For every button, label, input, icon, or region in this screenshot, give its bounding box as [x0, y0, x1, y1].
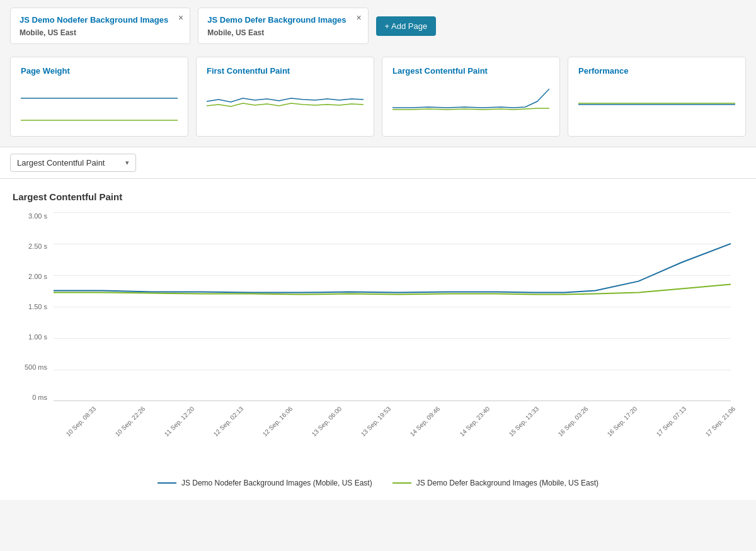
y-label-1s: 1.00 s — [13, 333, 47, 341]
tab-defer-subtitle: Mobile, US East — [207, 28, 358, 37]
main-chart-section: Largest Contentful Paint 0 ms 500 ms 1.0… — [0, 179, 756, 500]
y-label-500ms: 500 ms — [13, 363, 47, 371]
tab-defer-close[interactable]: × — [356, 13, 361, 22]
legend-line-defer — [392, 482, 411, 484]
tab-nodefer-title: JS Demo Nodefer Background Images — [20, 14, 181, 26]
metrics-section: Page Weight First Contentful Paint Large… — [0, 52, 756, 147]
legend-item-nodefer: JS Demo Nodefer Background Images (Mobil… — [158, 479, 372, 487]
tab-nodefer-close[interactable]: × — [178, 13, 183, 22]
x-label-2: 11 Sep, 12:20 — [163, 406, 214, 457]
metric-card-first-contentful[interactable]: First Contentful Paint — [196, 57, 374, 137]
x-label-4: 12 Sep, 16:06 — [261, 406, 312, 457]
x-label-13: 17 Sep, 21:06 — [704, 406, 755, 457]
filter-dropdown-value: Largest Contentful Paint — [17, 158, 120, 168]
tabs-section: JS Demo Nodefer Background Images Mobile… — [0, 0, 756, 52]
y-label-150s: 1.50 s — [13, 303, 47, 310]
tab-defer-title: JS Demo Defer Background Images — [207, 14, 358, 26]
x-label-1: 10 Sep, 22:26 — [114, 406, 165, 457]
x-label-5: 13 Sep, 06:00 — [311, 406, 362, 457]
x-label-11: 16 Sep, 17:20 — [605, 406, 656, 457]
metric-card-page-weight[interactable]: Page Weight — [10, 57, 188, 137]
x-label-10: 16 Sep, 03:26 — [556, 406, 607, 457]
metric-card-performance[interactable]: Performance — [568, 57, 746, 137]
metric-title-first-contentful: First Contentful Paint — [207, 66, 364, 76]
chart-grid — [54, 212, 731, 401]
y-label-2s: 2.00 s — [13, 273, 47, 280]
legend-item-defer: JS Demo Defer Background Images (Mobile,… — [392, 479, 598, 487]
metric-title-performance: Performance — [578, 66, 735, 76]
tab-defer[interactable]: JS Demo Defer Background Images Mobile, … — [198, 8, 368, 44]
x-label-0: 10 Sep, 08:33 — [65, 406, 116, 457]
chart-legend: JS Demo Nodefer Background Images (Mobil… — [13, 479, 743, 487]
x-axis: 10 Sep, 08:33 10 Sep, 22:26 11 Sep, 12:2… — [54, 406, 731, 441]
main-chart-svg — [54, 212, 731, 400]
y-label-0ms: 0 ms — [13, 394, 47, 401]
metric-title-page-weight: Page Weight — [21, 66, 178, 76]
metric-chart-first-contentful — [207, 79, 364, 130]
legend-line-nodefer — [158, 482, 176, 484]
x-label-8: 14 Sep, 23:40 — [458, 406, 509, 457]
metric-filter-dropdown[interactable]: Largest Contentful Paint ▾ — [10, 154, 136, 172]
metric-title-largest-contentful: Largest Contentful Paint — [392, 66, 549, 76]
legend-label-nodefer: JS Demo Nodefer Background Images (Mobil… — [181, 479, 372, 487]
x-label-6: 13 Sep, 19:53 — [360, 406, 411, 457]
y-label-3s: 3.00 s — [13, 212, 47, 220]
x-label-12: 17 Sep, 07:13 — [655, 406, 706, 457]
chevron-down-icon: ▾ — [125, 159, 129, 167]
tab-nodefer-subtitle: Mobile, US East — [20, 28, 181, 37]
metric-card-largest-contentful[interactable]: Largest Contentful Paint — [382, 57, 560, 137]
y-label-250s: 2.50 s — [13, 242, 47, 250]
tab-nodefer[interactable]: JS Demo Nodefer Background Images Mobile… — [10, 8, 190, 44]
metric-chart-performance — [578, 79, 735, 130]
main-chart-title: Largest Contentful Paint — [13, 191, 743, 202]
legend-label-defer: JS Demo Defer Background Images (Mobile,… — [416, 479, 598, 487]
add-page-button[interactable]: + Add Page — [376, 16, 437, 36]
x-label-9: 15 Sep, 13:33 — [507, 406, 558, 457]
x-label-7: 14 Sep, 09:46 — [409, 406, 460, 457]
y-axis: 0 ms 500 ms 1.00 s 1.50 s 2.00 s 2.50 s … — [13, 212, 47, 401]
filter-section: Largest Contentful Paint ▾ — [0, 147, 756, 179]
x-label-3: 12 Sep, 02:13 — [212, 406, 263, 457]
metric-chart-largest-contentful — [392, 79, 549, 130]
metric-chart-page-weight — [21, 79, 178, 130]
